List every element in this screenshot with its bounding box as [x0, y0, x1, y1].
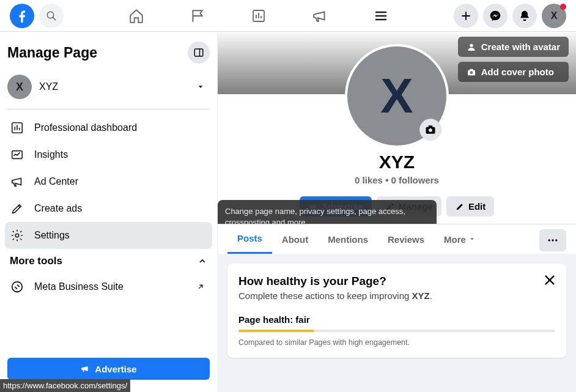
top-nav: X — [0, 0, 576, 32]
pencil-icon — [10, 201, 24, 216]
button-label: Edit — [468, 201, 486, 212]
nav-menu[interactable] — [372, 7, 390, 24]
health-note: Compared to similar Pages with high enga… — [238, 338, 555, 347]
dots-icon — [547, 234, 559, 246]
sidebar-section-label: More tools — [10, 255, 62, 267]
search-button[interactable] — [39, 4, 64, 28]
profile-stats: 0 likes • 0 followers — [218, 175, 576, 185]
health-bar-fill — [238, 330, 314, 332]
sidebar-item-label: Professional dashboard — [34, 122, 137, 133]
change-avatar-button[interactable] — [419, 119, 441, 141]
status-bar-url: https://www.facebook.com/settings/ — [0, 379, 130, 392]
tab-reviews[interactable]: Reviews — [378, 226, 434, 253]
card-subtitle: Complete these actions to keep improving… — [238, 290, 555, 301]
sidebar-item-label: Ad Center — [34, 176, 78, 187]
panel-icon — [193, 47, 204, 58]
sidebar-section-more-tools[interactable]: More tools — [5, 249, 212, 273]
sidebar-item-ad-center[interactable]: Ad Center — [5, 168, 212, 195]
tab-label: More — [444, 234, 466, 245]
hamburger-icon — [374, 9, 388, 23]
sidebar-item-label: Create ads — [34, 203, 82, 214]
megaphone-icon — [80, 364, 90, 374]
sidebar-page-name: XYZ — [39, 81, 58, 92]
sidebar-item-label: Settings — [34, 230, 70, 241]
close-icon — [543, 273, 556, 287]
meta-suite-icon — [10, 279, 24, 294]
svg-point-18 — [15, 234, 19, 237]
tab-posts[interactable]: Posts — [227, 224, 272, 254]
nav-dashboard[interactable] — [250, 7, 267, 24]
action-row: Change page name, privacy settings, page… — [218, 196, 576, 224]
sidebar: Manage Page X XYZ Professional dashboard… — [0, 32, 218, 392]
tab-mentions[interactable]: Mentions — [318, 226, 378, 253]
svg-point-27 — [548, 239, 550, 241]
topnav-right: X — [454, 4, 566, 28]
caret-down-icon — [468, 235, 476, 243]
svg-point-25 — [429, 128, 432, 132]
chevron-up-icon — [198, 256, 207, 266]
notification-dot-icon — [560, 4, 566, 10]
nav-home[interactable] — [128, 7, 145, 24]
facebook-logo[interactable] — [10, 4, 34, 28]
profile-avatar: X — [345, 44, 449, 148]
account-avatar-letter: X — [551, 10, 558, 21]
facebook-f-icon — [14, 8, 30, 24]
topnav-center — [128, 7, 390, 24]
profile-area: X XYZ 0 likes • 0 followers Change page … — [218, 44, 576, 254]
search-icon — [46, 10, 57, 21]
caret-down-icon — [196, 83, 205, 91]
profile-avatar-wrap: X — [218, 44, 576, 148]
account-menu[interactable]: X — [542, 4, 566, 28]
megaphone-icon — [312, 8, 328, 24]
sidebar-title: Manage Page — [7, 45, 97, 61]
tab-about[interactable]: About — [272, 226, 318, 253]
profile-name: XYZ — [218, 152, 576, 172]
card-close-button[interactable] — [543, 273, 556, 287]
sidebar-item-settings[interactable]: Settings — [5, 222, 212, 249]
topnav-left — [10, 4, 64, 28]
messenger-icon — [489, 10, 501, 22]
card-title: How healthy is your Page? — [238, 275, 555, 288]
sidebar-item-professional-dashboard[interactable]: Professional dashboard — [5, 114, 212, 141]
camera-icon — [424, 124, 437, 136]
sidebar-item-label: Meta Business Suite — [34, 281, 124, 292]
page-health-card: How healthy is your Page? Complete these… — [227, 264, 566, 358]
sidebar-item-meta-business-suite[interactable]: Meta Business Suite — [5, 273, 212, 300]
notifications-button[interactable] — [512, 4, 537, 28]
svg-rect-11 — [194, 49, 203, 56]
pencil-icon — [455, 202, 465, 212]
svg-line-1 — [53, 17, 56, 20]
svg-point-29 — [555, 239, 557, 241]
health-label: Page health: fair — [238, 314, 555, 325]
dashboard-icon — [251, 9, 266, 23]
tab-overflow-button[interactable] — [539, 229, 566, 251]
sidebar-advertise-button[interactable]: Advertise — [7, 358, 210, 380]
insights-icon — [10, 147, 24, 162]
nav-ads[interactable] — [311, 7, 328, 24]
sidebar-page-switcher[interactable]: X XYZ — [5, 71, 212, 109]
plus-icon — [460, 10, 471, 21]
tab-more[interactable]: More — [434, 226, 486, 253]
home-icon — [128, 8, 144, 24]
health-bar — [238, 330, 555, 332]
main-content: Create with avatar Add cover photo X XYZ… — [218, 32, 576, 392]
sidebar-item-insights[interactable]: Insights — [5, 141, 212, 168]
nav-pages[interactable] — [189, 7, 206, 24]
gear-icon — [10, 228, 24, 243]
sidebar-item-create-ads[interactable]: Create ads — [5, 195, 212, 222]
messenger-button[interactable] — [483, 4, 508, 28]
bell-icon — [519, 10, 531, 22]
sidebar-item-label: Insights — [34, 149, 68, 160]
tabs: Posts About Mentions Reviews More — [218, 224, 576, 254]
edit-button[interactable]: Edit — [446, 196, 494, 216]
svg-point-28 — [552, 239, 553, 241]
sidebar-header: Manage Page — [5, 39, 212, 71]
create-button[interactable] — [454, 4, 478, 28]
svg-point-19 — [12, 282, 23, 292]
button-label: Advertise — [95, 364, 136, 374]
megaphone-icon — [10, 174, 24, 189]
sidebar-collapse-button[interactable] — [188, 42, 210, 64]
sidebar-page-avatar: X — [7, 75, 32, 99]
svg-rect-26 — [429, 125, 433, 127]
external-link-icon — [196, 283, 205, 291]
